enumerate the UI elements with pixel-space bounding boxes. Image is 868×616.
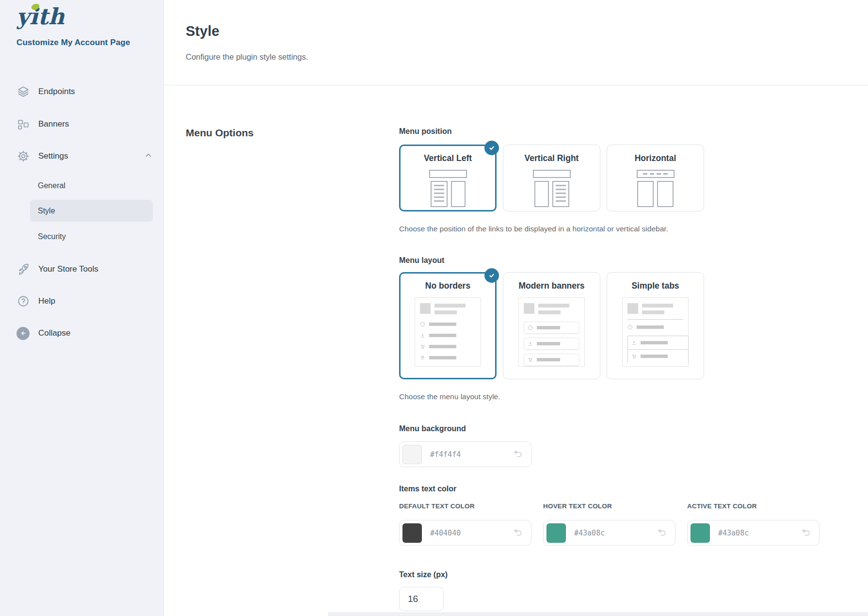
help-icon	[16, 295, 30, 308]
menu-layout-label: Menu layout	[399, 256, 868, 267]
color-hex-value: #43a08c	[574, 529, 605, 537]
option-horizontal[interactable]: Horizontal	[607, 145, 704, 211]
header-divider	[164, 85, 868, 85]
sidebar-item-your-store-tools[interactable]: Your Store Tools	[16, 261, 153, 277]
option-modern-banners[interactable]: Modern banners	[503, 272, 600, 379]
horizontal-pictogram	[635, 170, 676, 207]
bottom-divider	[328, 612, 868, 616]
text-size-input[interactable]	[399, 587, 444, 611]
color-hex-value: #404040	[430, 529, 461, 537]
gauge-icon	[627, 324, 633, 330]
yith-logo: yith	[16, 3, 71, 33]
option-vertical-left[interactable]: Vertical Left	[399, 145, 497, 211]
color-swatch	[547, 523, 566, 543]
plugin-title: Customize My Account Page	[16, 38, 154, 48]
modern-banners-preview	[518, 297, 585, 367]
text-size-label: Text size (px)	[399, 570, 868, 581]
color-swatch	[402, 523, 422, 543]
menu-position-caption: Choose the position of the links to be d…	[399, 225, 868, 233]
sidebar-subitem-style[interactable]: Style	[30, 200, 153, 222]
sidebar-item-help[interactable]: Help	[16, 293, 153, 309]
page-subtitle: Configure the plugin style settings.	[186, 52, 308, 62]
vertical-left-pictogram	[428, 170, 468, 207]
page-title: Style	[186, 23, 219, 39]
menu-layout-caption: Choose the menu layout style.	[399, 392, 868, 401]
option-no-borders[interactable]: No borders	[399, 272, 497, 379]
undo-icon[interactable]	[512, 527, 525, 539]
color-hex-value: #f4f4f4	[430, 450, 461, 459]
undo-icon[interactable]	[512, 448, 525, 461]
vertical-right-pictogram	[531, 170, 572, 207]
layers-icon	[16, 85, 30, 98]
color-swatch	[402, 445, 422, 464]
cart-icon	[631, 354, 637, 359]
menu-position-label: Menu position	[399, 127, 868, 138]
yith-logo-icon: yith	[16, 3, 71, 31]
sidebar-subitem-security[interactable]: Security	[30, 226, 153, 247]
menu-layout-options: No borders Modern banners	[399, 272, 868, 379]
active-text-color-label: ACTIVE TEXT COLOR	[687, 503, 820, 511]
gauge-icon	[420, 322, 425, 327]
color-swatch	[691, 523, 710, 543]
gauge-icon	[528, 325, 533, 330]
default-text-color-label: DEFAULT TEXT COLOR	[399, 503, 531, 511]
menu-background-label: Menu background	[399, 424, 868, 435]
cart-icon	[528, 357, 533, 362]
sidebar-item-settings[interactable]: Settings	[16, 148, 153, 164]
chevron-up-icon	[144, 151, 153, 162]
menu-background-color-picker[interactable]: #f4f4f4	[399, 441, 531, 467]
rocket-icon	[16, 263, 30, 276]
option-simple-tabs[interactable]: Simple tabs	[607, 272, 704, 379]
main-panel: Style Configure the plugin style setting…	[164, 0, 868, 616]
sidebar-item-collapse[interactable]: Collapse	[16, 325, 153, 341]
section-heading: Menu Options	[186, 127, 399, 139]
svg-text:yith: yith	[16, 3, 64, 30]
color-hex-value: #43a08c	[718, 529, 749, 537]
collapse-arrow-icon	[16, 327, 30, 340]
menu-position-options: Vertical Left Vertical Right	[399, 145, 868, 211]
option-vertical-right[interactable]: Vertical Right	[503, 145, 600, 211]
download-icon	[420, 333, 425, 338]
sidebar-item-endpoints[interactable]: Endpoints	[16, 84, 153, 99]
sidebar: yith Customize My Account Page Endpoints…	[0, 0, 164, 616]
sidebar-subitem-general[interactable]: General	[30, 175, 153, 196]
download-icon	[631, 340, 637, 345]
no-borders-preview	[415, 297, 481, 367]
banners-icon	[16, 118, 30, 131]
hover-text-color-picker[interactable]: #43a08c	[543, 520, 675, 546]
cart-icon	[420, 344, 425, 349]
active-text-color-picker[interactable]: #43a08c	[687, 520, 820, 546]
simple-tabs-preview	[622, 297, 689, 367]
pin-icon	[420, 355, 425, 360]
undo-icon[interactable]	[656, 527, 669, 539]
default-text-color-picker[interactable]: #404040	[399, 520, 531, 546]
undo-icon[interactable]	[800, 527, 813, 539]
sidebar-item-banners[interactable]: Banners	[16, 116, 153, 132]
download-icon	[528, 341, 533, 346]
items-text-color-label: Items text color	[399, 485, 868, 495]
items-text-color-group: DEFAULT TEXT COLOR #404040 HOVER TEXT CO…	[399, 503, 868, 546]
check-icon	[484, 141, 499, 155]
gear-icon	[16, 150, 30, 163]
check-icon	[484, 268, 499, 283]
hover-text-color-label: HOVER TEXT COLOR	[543, 503, 675, 511]
